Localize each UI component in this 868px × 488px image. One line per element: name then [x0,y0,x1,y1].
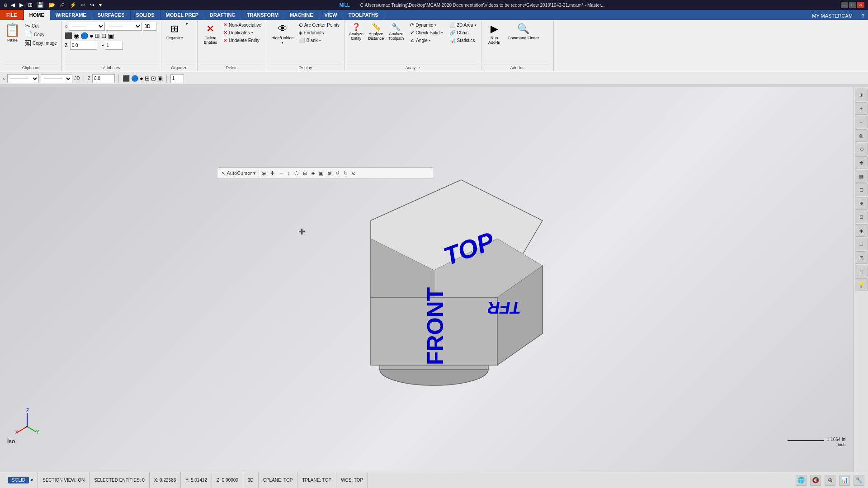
solid-button[interactable]: SOLID [8,477,29,483]
paste-button[interactable]: 📋 Paste [3,22,22,43]
attr-line-type[interactable]: ———— [7,74,39,83]
ft-snap-btn[interactable]: ◉ [260,170,268,177]
run-addin-button[interactable]: ▶ RunAdd-In [484,22,505,46]
sb-tool-btn[interactable]: 🔧 [854,475,864,486]
ft-circ-btn[interactable]: ◈ [310,170,316,177]
tab-file[interactable]: FILE [0,10,24,20]
ft-plus-btn[interactable]: ⊕ [326,170,333,177]
window-controls[interactable]: — □ ✕ [841,2,864,8]
viewport[interactable]: ↖ AutoCursor ▾ ◉ ✚ ↔ ↕ ⬡ ⊞ ◈ ▣ ⊕ ↺ ↻ ⊘ [0,87,868,472]
copy-button[interactable]: 📄 Copy [23,30,59,38]
ft-hex-btn[interactable]: ⬡ [293,170,300,177]
rp-view3[interactable]: ⊞ [855,197,868,210]
quick-access-toolbar[interactable]: ⚙ ◀ ▶ ⊞ 💾 📂 🖨 ⚡ ↩ ↪ ▾ [4,1,103,9]
close-btn[interactable]: ✕ [857,2,864,8]
level-input[interactable] [105,41,123,50]
forward-btn[interactable]: ▶ [18,1,25,9]
blank-button[interactable]: ⬜ Blank ▾ [297,37,341,44]
ft-v-btn[interactable]: ↕ [286,170,292,176]
tab-toolpaths[interactable]: TOOLPATHS [343,10,384,20]
rp-fit[interactable]: ◎ [855,129,868,142]
tplane-item[interactable]: TPLANE: TOP [297,472,336,488]
organize-button[interactable]: ⊞ Organize [164,22,185,42]
sb-plus-btn[interactable]: ⊕ [825,475,835,486]
line-weight-select[interactable]: ——— [106,22,142,31]
minimize-btn[interactable]: — [841,2,848,8]
sb-sound-btn[interactable]: 🔇 [810,475,821,486]
rp-section[interactable]: ⊡ [855,251,868,264]
attr-line-weight[interactable]: ———— [41,74,72,83]
sb-globe-btn[interactable]: 🌐 [796,475,807,486]
delete-entities-button[interactable]: ✕ DeleteEntities [200,22,221,46]
maximize-btn[interactable]: □ [849,2,856,8]
sb-chart-btn[interactable]: 📊 [839,475,850,486]
rp-wire[interactable]: □ [855,238,868,250]
ft-cross-btn[interactable]: ✚ [269,170,276,177]
non-associative-button[interactable]: ✕ Non-Associative [222,22,263,28]
rp-hidden[interactable]: ◻ [855,265,868,277]
back-btn[interactable]: ◀ [9,1,16,9]
organize-expand-icon[interactable]: ▾ [186,22,188,26]
tab-surfaces[interactable]: SURFACES [92,10,131,20]
arc-center-points-button[interactable]: ⊕ Arc Center Points [297,22,341,28]
save-btn[interactable]: 💾 [36,1,45,9]
wcs-item[interactable]: WCS: TOP [336,472,368,488]
print-btn[interactable]: 🖨 [58,1,66,9]
attr-z-input[interactable] [92,74,115,83]
new-btn[interactable]: ⊞ [27,1,34,9]
analyze-entity-button[interactable]: ❓ AnalyzeEntity [347,22,365,42]
open-btn[interactable]: 📂 [47,1,57,9]
line-type-select[interactable]: ——— [69,22,105,31]
rp-pan[interactable]: ✥ [855,156,868,169]
rp-view2[interactable]: ⊟ [855,183,868,196]
attr-level-input[interactable] [170,74,184,83]
tab-home[interactable]: HOME [24,10,50,20]
autocursor-btn[interactable]: ↖ AutoCursor ▾ [220,170,257,177]
depth-input[interactable] [143,22,156,31]
ft-h-btn[interactable]: ↔ [277,170,285,176]
hide-unhide-button[interactable]: 👁 Hide/Unhide ▾ [269,22,296,46]
check-solid-button[interactable]: ✔ Check Solid ▾ [408,29,444,36]
tab-wireframe[interactable]: WIREFRAME [50,10,92,20]
tab-transform[interactable]: TRANSFORM [241,10,284,20]
lightning-btn[interactable]: ⚡ [68,1,78,9]
rp-shade[interactable]: ◈ [855,224,868,237]
ft-sq-btn[interactable]: ▣ [317,170,325,177]
tab-view[interactable]: VIEW [319,10,343,20]
z-value-input[interactable] [70,41,97,50]
tab-solids[interactable]: SOLIDS [131,10,160,20]
ft-ccw-btn[interactable]: ↺ [334,170,341,177]
dynamic-button[interactable]: ⟳ Dynamic ▾ [408,22,444,28]
rp-rotate[interactable]: ⟲ [855,143,868,155]
tab-model-prep[interactable]: MODEL PREP [160,10,205,20]
customize-btn[interactable]: ▾ [98,1,103,9]
tab-drafting[interactable]: DRAFTING [204,10,241,20]
rp-zoom-out[interactable]: − [855,116,868,128]
ft-no-btn[interactable]: ⊘ [350,170,357,177]
undo-btn[interactable]: ↩ [80,1,87,9]
chain-button[interactable]: 🔗 Chain [448,29,478,36]
solid-dropdown-icon[interactable]: ▾ [31,478,33,483]
help-btn[interactable]: ? [858,12,868,20]
statistics-button[interactable]: 📊 Statistics [448,37,478,44]
rp-render[interactable]: 💡 [855,278,868,291]
analyze-distance-button[interactable]: 📏 AnalyzeDistance [366,22,386,42]
tab-machine[interactable]: MACHINE [284,10,319,20]
undelete-button[interactable]: ✕ Undelete Entity [222,37,263,44]
two-d-area-button[interactable]: ⬜ 2D Area ▾ [448,22,478,28]
my-mastercam-label[interactable]: MY MASTERCAM [807,12,858,20]
cut-button[interactable]: ✂ Cut [23,22,59,30]
duplicates-button[interactable]: ✕ Duplicates ▾ [222,29,263,36]
angle-button[interactable]: ∠ Angle ▾ [408,37,444,44]
ft-grid-btn[interactable]: ⊞ [302,170,308,177]
analyze-toolpath-button[interactable]: 🔧 AnalyzeToolpath [387,22,406,42]
endpoints-button[interactable]: ◈ Endpoints [297,29,341,36]
rp-view1[interactable]: ▦ [855,170,868,183]
command-finder-button[interactable]: 🔍 Command Finder [505,22,542,42]
rp-zoom-all[interactable]: ⊕ [855,89,868,101]
rp-zoom-in[interactable]: + [855,102,868,115]
copy-image-button[interactable]: 🖼 Copy Image [23,39,59,47]
ft-cw-btn[interactable]: ↻ [342,170,349,177]
cplane-item[interactable]: CPLANE: TOP [259,472,298,488]
rp-view4[interactable]: ⊠ [855,211,868,223]
